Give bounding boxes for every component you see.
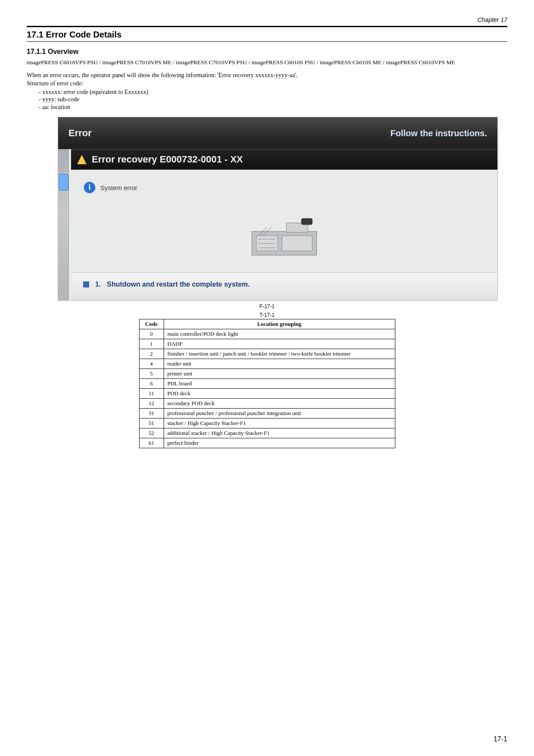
cell-desc: printer unit	[164, 369, 395, 379]
cell-desc: main controller/POD deck light	[164, 329, 395, 339]
table-row: 61perfect binder	[139, 438, 395, 448]
table-row: 1DADF	[139, 339, 395, 349]
page-number: 17-1	[494, 735, 507, 743]
th-desc: Location grouping	[164, 319, 395, 329]
th-code: Code	[139, 319, 164, 329]
cell-code: 51	[139, 419, 164, 428]
side-tab	[59, 174, 68, 191]
top-rule	[27, 26, 507, 27]
table-row: 51stacker / High Capacity Stacker-F1	[139, 419, 395, 428]
cell-desc: PDL board	[164, 379, 395, 389]
recovery-text: Error recovery E000732-0001 - XX	[92, 154, 243, 165]
cell-desc: additional stacker / High Capacity Stack…	[164, 428, 395, 438]
chapter-label: Chapter 17	[27, 16, 507, 23]
cell-code: 4	[139, 359, 164, 369]
cell-desc: finisher / insertion unit / panch unit /…	[164, 349, 395, 359]
cell-desc: reader unit	[164, 359, 395, 369]
section-title: 17.1 Error Code Details	[27, 30, 507, 40]
table-row: 0main controller/POD deck light	[139, 329, 395, 339]
cell-code: 6	[139, 379, 164, 389]
printer-icon	[243, 210, 325, 262]
svg-rect-2	[282, 236, 312, 251]
step-text: Shutdown and restart the complete system…	[107, 281, 250, 288]
location-grouping-table: Code Location grouping 0main controller/…	[139, 319, 395, 448]
subsection-title: 17.1.1 Overview	[27, 48, 507, 56]
table-row: 12secondary POD deck	[139, 399, 395, 409]
cell-desc: stacker / High Capacity Stacker-F1	[164, 419, 395, 428]
header-instructions-label: Follow the instructions.	[391, 128, 487, 138]
cell-code: 52	[139, 428, 164, 438]
cell-desc: professional puncher / professional punc…	[164, 409, 395, 419]
side-strip	[58, 149, 69, 300]
cell-code: 0	[139, 329, 164, 339]
cell-desc: perfect binder	[164, 438, 395, 448]
cell-desc: POD deck	[164, 389, 395, 399]
cell-desc: secondary POD deck	[164, 399, 395, 409]
section-rule	[27, 41, 507, 42]
table-row: 31professional puncher / professional pu…	[139, 409, 395, 419]
warning-icon	[77, 155, 87, 164]
intro-line-1: When an error occurs, the operator panel…	[27, 72, 507, 79]
system-error-row: i System error	[71, 170, 497, 199]
device-illustration	[71, 199, 497, 272]
table-row: 5printer unit	[139, 369, 395, 379]
list-item: - xxxxxx: error code (equivalent to Exxx…	[27, 88, 507, 96]
cell-code: 31	[139, 409, 164, 419]
step-bullet-icon	[83, 281, 89, 287]
model-line: imagePRESS C6010VPS PSU / imagePRESS C70…	[27, 59, 507, 66]
cell-desc: DADF	[164, 339, 395, 349]
table-row: 11POD deck	[139, 389, 395, 399]
header-error-label: Error	[68, 128, 92, 139]
cell-code: 12	[139, 399, 164, 409]
figure-label: F-17-1	[27, 303, 507, 309]
intro-line-2: Structure of error code:	[27, 80, 507, 87]
table-row: 6PDL board	[139, 379, 395, 389]
table-row: 2finisher / insertion unit / panch unit …	[139, 349, 395, 359]
screenshot-header: Error Follow the instructions.	[58, 117, 497, 149]
table-label: T-17-1	[27, 312, 507, 318]
table-row: 52additional stacker / High Capacity Sta…	[139, 428, 395, 438]
step-number: 1.	[95, 281, 101, 288]
system-error-text: System error	[100, 184, 137, 191]
cell-code: 5	[139, 369, 164, 379]
cell-code: 61	[139, 438, 164, 448]
structure-list: - xxxxxx: error code (equivalent to Exxx…	[27, 88, 507, 111]
recovery-bar: Error recovery E000732-0001 - XX	[71, 149, 497, 170]
step-bar: 1. Shutdown and restart the complete sys…	[71, 272, 497, 300]
list-item: - aa: location	[27, 103, 507, 111]
cell-code: 11	[139, 389, 164, 399]
svg-rect-4	[301, 219, 312, 225]
cell-code: 2	[139, 349, 164, 359]
table-header-row: Code Location grouping	[139, 319, 395, 329]
list-item: - yyyy: sub-code	[27, 96, 507, 103]
table-row: 4reader unit	[139, 359, 395, 369]
screenshot-body: Error recovery E000732-0001 - XX i Syste…	[58, 149, 497, 300]
cell-code: 1	[139, 339, 164, 349]
info-icon: i	[83, 181, 96, 194]
error-screenshot: Error Follow the instructions. Error rec…	[58, 117, 498, 301]
